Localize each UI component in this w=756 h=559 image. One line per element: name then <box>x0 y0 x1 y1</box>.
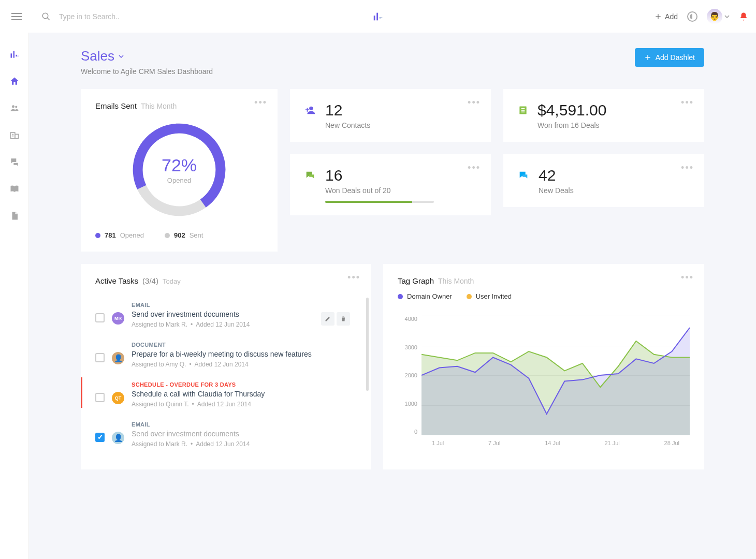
page-title: Sales <box>81 48 114 64</box>
task-checkbox[interactable] <box>95 353 105 362</box>
svg-rect-11 <box>17 56 18 57</box>
page-title-dropdown[interactable]: Sales <box>81 48 213 64</box>
card-menu-icon[interactable]: ••• <box>468 163 481 173</box>
task-body: EMAILSend over investment documentsAssig… <box>132 421 350 448</box>
svg-rect-5 <box>381 17 382 18</box>
donut-percent-label: Opened <box>167 176 191 184</box>
task-avatar: 👤 <box>112 352 124 364</box>
user-avatar: 👨 <box>707 9 722 24</box>
task-title[interactable]: Send over investment documents <box>132 430 350 438</box>
task-row: 👤DOCUMENTPrepare for a bi-weekly meeting… <box>95 337 371 377</box>
task-meta: Assigned to Amy Q.•Added 12 Jun 2014 <box>132 361 350 368</box>
card-menu-icon[interactable]: ••• <box>681 97 694 108</box>
delete-icon[interactable] <box>337 312 350 326</box>
nav-book[interactable] <box>8 183 21 195</box>
task-title[interactable]: Schedule a call with Claudia for Thursda… <box>132 390 350 398</box>
revenue-card: ••• $4,591.00 Won from 16 Deals <box>503 89 704 142</box>
won-deals-label: Won Deals out of 20 <box>325 186 434 195</box>
tasks-subtitle: Today <box>163 277 181 285</box>
add-person-icon <box>304 105 316 116</box>
revenue-value: $4,591.00 <box>537 101 606 119</box>
x-tick: 21 Jul <box>604 440 619 450</box>
task-meta: Assigned to Mark R.•Added 12 Jun 2014 <box>132 321 314 328</box>
task-checkbox[interactable] <box>95 433 105 442</box>
y-tick: 3000 <box>405 344 417 350</box>
legend-sent: 902 Sent <box>165 231 203 239</box>
task-title[interactable]: Prepare for a bi-weekly meeting to discu… <box>132 350 350 358</box>
legend-opened: 781 Opened <box>95 231 144 239</box>
add-dashlet-label: Add Dashlet <box>656 53 695 62</box>
svg-rect-3 <box>376 12 378 20</box>
y-tick: 1000 <box>405 401 417 407</box>
task-avatar: MR <box>112 312 124 325</box>
svg-point-13 <box>15 106 17 108</box>
svg-rect-8 <box>10 53 12 57</box>
task-type-label: SCHEDULE - OVERDUE FOR 3 DAYS <box>132 381 350 388</box>
active-tasks-card: ••• Active Tasks (3/4) Today MREMAILSend… <box>81 264 371 469</box>
won-deals-progress <box>325 201 434 203</box>
nav-companies[interactable] <box>8 129 21 141</box>
nav-contacts[interactable] <box>8 102 21 114</box>
nav-document[interactable] <box>8 210 21 222</box>
nav-home[interactable] <box>8 75 21 87</box>
add-dashlet-button[interactable]: Add Dashlet <box>635 48 704 67</box>
card-menu-icon[interactable]: ••• <box>468 97 481 108</box>
task-body: EMAILSend over investment documentsAssig… <box>132 302 314 328</box>
legend-domain-owner: Domain Owner <box>398 292 452 300</box>
new-contacts-card: ••• 12 New Contacts <box>290 89 491 142</box>
new-deals-label: New Deals <box>539 186 574 195</box>
task-checkbox[interactable] <box>95 313 105 322</box>
notifications-icon[interactable] <box>739 11 748 22</box>
task-title[interactable]: Send over investment documents <box>132 310 314 318</box>
new-deals-card: ••• 42 New Deals <box>503 154 704 207</box>
search-input[interactable] <box>59 12 214 21</box>
search-icon[interactable] <box>41 12 51 21</box>
task-actions <box>321 312 350 326</box>
task-list: MREMAILSend over investment documentsAss… <box>95 298 371 457</box>
add-button-label: Add <box>665 12 678 21</box>
revenue-label: Won from 16 Deals <box>537 121 606 129</box>
task-meta: Assigned to Quinn T.•Added 12 Jun 2014 <box>132 401 350 408</box>
chevron-down-icon <box>724 15 730 18</box>
card-menu-icon[interactable]: ••• <box>681 163 694 173</box>
theme-toggle-icon[interactable] <box>687 11 697 22</box>
legend-dot-icon <box>398 294 403 299</box>
emails-subtitle: This Month <box>141 102 177 110</box>
page-header: Sales Welcome to Agile CRM Sales Dashboa… <box>81 48 704 76</box>
task-type-label: EMAIL <box>132 302 314 308</box>
legend-dot-icon <box>467 294 472 299</box>
card-menu-icon[interactable]: ••• <box>347 272 360 283</box>
edit-icon[interactable] <box>321 312 335 326</box>
svg-rect-4 <box>380 17 381 18</box>
task-checkbox[interactable] <box>95 393 105 402</box>
y-tick: 2000 <box>405 372 417 378</box>
task-avatar: QT <box>112 392 124 404</box>
svg-point-0 <box>42 13 48 19</box>
svg-rect-2 <box>374 16 375 20</box>
x-tick: 1 Jul <box>432 440 444 450</box>
tag-graph-subtitle: This Month <box>438 277 474 285</box>
nav-messages[interactable] <box>8 156 21 168</box>
tasks-title: Active Tasks <box>95 276 138 285</box>
svg-rect-10 <box>16 55 17 56</box>
task-type-label: DOCUMENT <box>132 342 350 348</box>
add-button[interactable]: Add <box>655 12 678 21</box>
new-contacts-label: New Contacts <box>325 121 370 129</box>
x-tick: 28 Jul <box>664 440 679 450</box>
card-menu-icon[interactable]: ••• <box>254 97 267 108</box>
new-contacts-value: 12 <box>325 101 370 119</box>
user-menu[interactable]: 👨 <box>707 9 730 24</box>
hamburger-icon[interactable] <box>11 13 22 20</box>
svg-rect-9 <box>13 51 14 57</box>
card-menu-icon[interactable]: ••• <box>681 272 694 283</box>
tag-graph-card: ••• Tag Graph This Month Domain Owner Us… <box>383 264 704 469</box>
task-row: MREMAILSend over investment documentsAss… <box>95 298 371 337</box>
svg-point-12 <box>12 105 14 108</box>
nav-analytics[interactable] <box>8 48 21 61</box>
emails-donut-chart: 72% Opened <box>130 121 228 219</box>
sidebar <box>0 33 29 559</box>
page-subtitle: Welcome to Agile CRM Sales Dashboard <box>81 67 213 76</box>
chat-icon <box>304 170 316 181</box>
legend-dot-icon <box>165 233 170 238</box>
tag-graph-title: Tag Graph <box>398 276 434 285</box>
